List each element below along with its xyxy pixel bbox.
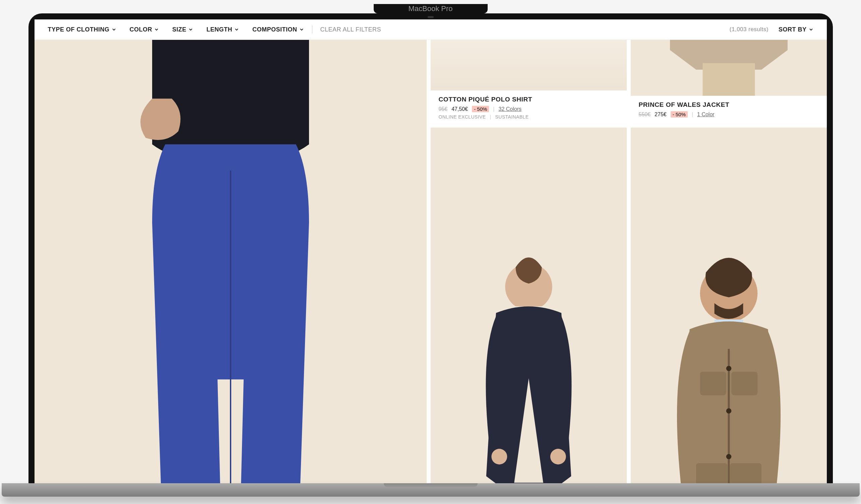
price-row: 95€ 47,50€ - 50% | 32 Colors xyxy=(439,106,619,112)
svg-point-14 xyxy=(726,454,731,460)
tag: ONLINE EXCLUSIVE xyxy=(439,114,486,120)
colors-link[interactable]: 32 Colors xyxy=(498,106,521,112)
camera-notch xyxy=(428,16,434,18)
chevron-down-icon xyxy=(809,27,814,32)
old-price: 95€ xyxy=(439,106,448,112)
chevron-down-icon xyxy=(234,27,239,32)
clear-all-filters[interactable]: CLEAR ALL FILTERS xyxy=(320,26,381,33)
filter-label: LENGTH xyxy=(206,26,232,33)
svg-point-2 xyxy=(491,449,507,464)
discount-badge: - 50% xyxy=(472,106,489,112)
filter-size[interactable]: SIZE xyxy=(172,26,193,33)
product-image[interactable] xyxy=(35,40,427,483)
product-card-polo: COTTON PIQUÉ POLO SHIRT 95€ 47,50€ - 50%… xyxy=(430,40,627,124)
svg-rect-9 xyxy=(696,463,728,483)
chevron-down-icon xyxy=(188,27,193,32)
laptop-base xyxy=(2,483,860,496)
filter-label: TYPE OF CLOTHING xyxy=(48,26,110,33)
filter-type-of-clothing[interactable]: TYPE OF CLOTHING xyxy=(48,26,116,33)
sale-price: 275€ xyxy=(655,112,667,117)
divider xyxy=(312,26,312,33)
chevron-down-icon xyxy=(154,27,159,32)
product-title[interactable]: PRINCE OF WALES JACKET xyxy=(639,101,819,109)
filter-length[interactable]: LENGTH xyxy=(206,26,239,33)
product-info: COTTON PIQUÉ POLO SHIRT 95€ 47,50€ - 50%… xyxy=(430,90,627,124)
separator: | xyxy=(490,114,491,120)
results-count: (1,003 results) xyxy=(729,26,768,33)
product-card-kensington: KENSINGTON SLIM CHINO 140€ 70€ - 50% | 9… xyxy=(35,40,427,483)
filter-group: TYPE OF CLOTHING COLOR SIZE xyxy=(48,26,304,33)
tag: SUSTAINABLE xyxy=(495,114,529,120)
colors-link[interactable]: 1 Color xyxy=(697,112,714,117)
svg-rect-10 xyxy=(730,463,762,483)
product-image[interactable] xyxy=(430,40,627,90)
svg-rect-8 xyxy=(731,372,757,395)
device-label: MacBook Pro xyxy=(374,4,488,13)
chevron-down-icon xyxy=(299,27,304,32)
laptop-frame: TYPE OF CLOTHING COLOR SIZE xyxy=(28,13,833,496)
product-card-wool-suit: WOOL SUIT 690€ 345€ - 50% | 1 Color xyxy=(430,128,627,483)
sort-by[interactable]: SORT BY xyxy=(779,26,814,33)
product-grid: KENSINGTON SLIM CHINO 140€ 70€ - 50% | 9… xyxy=(35,40,827,483)
product-image[interactable] xyxy=(631,128,827,483)
filter-composition[interactable]: COMPOSITION xyxy=(252,26,304,33)
product-image[interactable] xyxy=(430,128,627,483)
tags-row: ONLINE EXCLUSIVE | SUSTAINABLE xyxy=(439,114,619,120)
svg-point-13 xyxy=(726,408,731,414)
filter-label: SIZE xyxy=(172,26,186,33)
chevron-down-icon xyxy=(112,27,116,32)
filter-right: (1,003 results) SORT BY xyxy=(729,26,814,33)
old-price: 550€ xyxy=(639,112,651,117)
separator: | xyxy=(692,112,693,117)
svg-point-3 xyxy=(550,449,566,464)
separator: | xyxy=(493,106,494,112)
filter-color[interactable]: COLOR xyxy=(130,26,159,33)
discount-badge: - 50% xyxy=(671,111,688,117)
product-card-saharan-jacket: SAHARAN SUEDE JACKET 750€ 375€ - 50% | 1… xyxy=(631,128,827,483)
product-card-prince-jacket: PRINCE OF WALES JACKET 550€ 275€ - 50% |… xyxy=(631,40,827,124)
filter-label: COMPOSITION xyxy=(252,26,297,33)
sort-label: SORT BY xyxy=(779,26,807,33)
price-row: 550€ 275€ - 50% | 1 Color xyxy=(639,111,819,117)
browser-viewport: TYPE OF CLOTHING COLOR SIZE xyxy=(35,19,827,483)
product-image[interactable] xyxy=(631,40,827,96)
product-title[interactable]: COTTON PIQUÉ POLO SHIRT xyxy=(439,96,619,103)
filter-label: COLOR xyxy=(130,26,152,33)
svg-rect-7 xyxy=(700,372,726,395)
svg-point-12 xyxy=(726,366,731,371)
laptop-screen: TYPE OF CLOTHING COLOR SIZE xyxy=(28,13,833,483)
filter-bar: TYPE OF CLOTHING COLOR SIZE xyxy=(35,19,827,40)
sale-price: 47,50€ xyxy=(451,106,468,112)
product-info: PRINCE OF WALES JACKET 550€ 275€ - 50% |… xyxy=(631,96,827,124)
